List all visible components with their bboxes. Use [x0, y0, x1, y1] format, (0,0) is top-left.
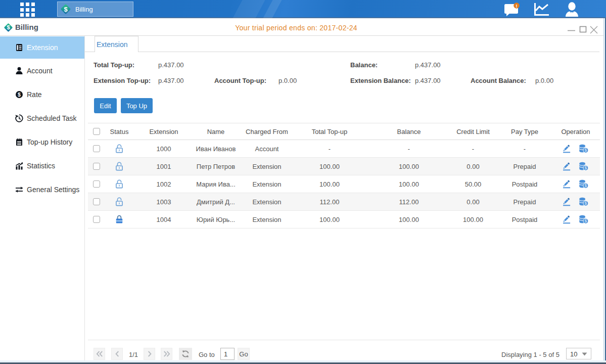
svg-text:$: $	[585, 165, 587, 170]
svg-text:$: $	[18, 92, 21, 98]
svg-text:$: $	[585, 201, 587, 206]
svg-text:$: $	[64, 6, 68, 13]
svg-text:$: $	[585, 148, 587, 153]
svg-text:$: $	[585, 218, 587, 223]
svg-text:!: !	[516, 4, 518, 9]
svg-text:$: $	[7, 24, 10, 30]
svg-text:$: $	[585, 183, 587, 188]
